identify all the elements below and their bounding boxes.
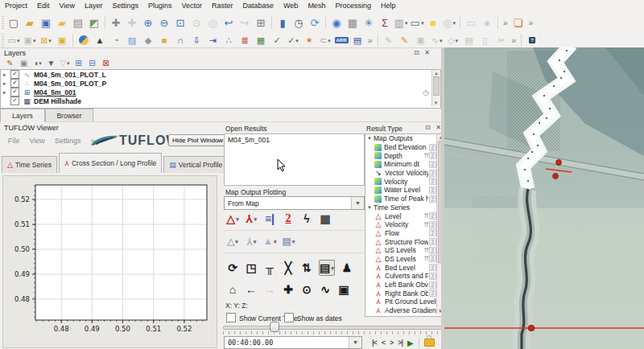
layers-list[interactable]: ▸✓∿M04_5m_001_PLOT_L▸✓∴M04_5m_001_PLOT_P… (0, 69, 441, 109)
toggle-culverts-icon[interactable]: ╳ (282, 261, 295, 275)
import-plugin-icon[interactable]: ⇥ (205, 35, 220, 47)
python-console-icon[interactable] (76, 35, 91, 47)
manage-map-themes-icon[interactable]: ◑▾ (31, 58, 43, 68)
nav-zoom-icon[interactable]: ⊙ (300, 282, 313, 297)
plot-cross-section-icon[interactable]: Y▾ (245, 211, 258, 226)
menu-database[interactable]: Database (238, 0, 279, 12)
collapse-all-icon[interactable]: ⊟ (86, 58, 98, 68)
measure-line-icon[interactable]: ▭▾ (410, 14, 424, 31)
toolbar-grip[interactable] (2, 34, 4, 47)
layer-row[interactable]: ✓▦DEM Hillshade (1, 96, 440, 105)
current-edits-icon[interactable]: ✎ (382, 35, 396, 47)
expand-icon[interactable]: ▸ (3, 89, 10, 96)
menu-project[interactable]: Project (0, 0, 32, 12)
flux-section-icon[interactable]: ≡| (263, 211, 276, 226)
new-print-layout-icon[interactable]: ▤ (71, 14, 85, 31)
result-type-item[interactable]: YCulverts and Pipes2 (365, 272, 436, 281)
layer-name[interactable]: M04_5m_001_PLOT_P (34, 80, 106, 88)
result-type-item[interactable]: Depth⇈2 (365, 151, 436, 160)
viewer-menu-file[interactable]: File (3, 137, 25, 145)
nav-pan-icon[interactable]: ✚ (282, 282, 295, 297)
time-slider[interactable] (223, 322, 445, 331)
menu-mesh[interactable]: Mesh (303, 0, 330, 12)
zoom-out-icon[interactable]: ⊖ (157, 14, 171, 31)
nav-home-icon[interactable]: ⌂ (226, 282, 239, 297)
delete-selected-icon[interactable]: ▯ (478, 35, 493, 47)
menu-layer[interactable]: Layer (80, 0, 108, 12)
open-results-item[interactable]: M04_5m_001 (225, 134, 364, 146)
secondary-axis-icon[interactable]: 2 (282, 211, 295, 226)
tiger-plugin-icon[interactable]: ✶ (302, 35, 316, 47)
processing-toolbox-icon[interactable]: ✳ (361, 14, 376, 31)
add-group-icon[interactable]: ▣ (18, 58, 30, 68)
result-type-item[interactable]: YRight Bank Obvert2 (365, 289, 436, 298)
layer-visibility-checkbox[interactable]: ✓ (10, 79, 19, 88)
layer-name[interactable]: M04_5m_001_PLOT_L (34, 71, 106, 79)
time-combobox[interactable]: 00:40:00.00 ▼ (224, 336, 362, 349)
cut-features-icon[interactable]: ✂ (494, 35, 509, 47)
open-layer-styling-icon[interactable]: ✎ (4, 58, 16, 68)
menu-edit[interactable]: Edit (32, 0, 55, 12)
tab-vertical-profile[interactable]: ▤Vertical Profile (163, 156, 228, 173)
layer-visibility-checkbox[interactable]: ✓ (10, 96, 19, 105)
cross-section-secondary-icon[interactable]: Y▾ (245, 234, 258, 248)
layer-row[interactable]: ▸✓∿M04_5m_001_PLOT_L (1, 70, 440, 79)
time-first-button[interactable]: |< (372, 339, 377, 347)
result-type-item[interactable]: △Level⇈2 (365, 211, 436, 220)
tunnel-plugin-icon[interactable]: ∩ (173, 35, 188, 47)
tcp-plugin-icon[interactable]: ∴ (221, 35, 236, 47)
filter-by-expression-icon[interactable]: ▽▾ (59, 58, 71, 68)
result-type-item[interactable]: Water Level2 (365, 186, 436, 195)
nav-back-icon[interactable]: ← (245, 282, 258, 297)
menu-web[interactable]: Web (279, 0, 303, 12)
map-output-plotting-combo[interactable]: From Map ▼ (224, 196, 365, 210)
show-bookmarks-icon[interactable]: ▮ (275, 14, 290, 31)
layer-visibility-checkbox[interactable]: ✓ (10, 70, 19, 79)
expand-icon[interactable]: ▸ (3, 80, 10, 87)
plot-canvas[interactable]: 0.480.490.500.510.520.520.510.500.490.48 (3, 176, 215, 346)
flux-arrow-icon[interactable]: ϟ (300, 211, 313, 226)
tab-cross-section-long-profile[interactable]: YCross Section / Long Profile (59, 153, 162, 173)
digitize-line-icon[interactable]: ∿▾ (430, 35, 444, 47)
new-project-icon[interactable]: ▢ (6, 14, 21, 31)
copy-features-icon[interactable]: ▣▾ (23, 35, 37, 47)
tab-browser[interactable]: Browser (45, 109, 93, 122)
nav-save-icon[interactable]: ▣ (337, 282, 350, 297)
layer-name[interactable]: DEM Hillshade (34, 97, 81, 105)
zoom-next-icon[interactable]: ↪ (237, 14, 252, 31)
result-type-item[interactable]: YAdverse Gradient... (365, 306, 436, 314)
toolbar-overflow-icon[interactable]: » (365, 36, 375, 45)
layer-row[interactable]: ▸✓∴M04_5m_001_PLOT_P (1, 79, 440, 88)
time-next-button[interactable]: > (390, 339, 393, 347)
map-canvas[interactable] (444, 47, 644, 349)
layer-visibility-checkbox[interactable]: ✓ (10, 88, 19, 96)
nominatim-geocoder-icon[interactable]: ● (480, 14, 494, 31)
layers-close-icon[interactable]: ✕ (422, 48, 432, 57)
select-features-icon[interactable]: ▭▾ (6, 35, 21, 47)
plot-time-series-icon[interactable]: △▾ (226, 211, 239, 226)
menu-settings[interactable]: Settings (107, 0, 143, 12)
toolbar-grip[interactable] (2, 16, 4, 29)
toggle-ground-levels-icon[interactable]: ⇅ (300, 261, 313, 275)
viewer-menu-settings[interactable]: Settings (50, 137, 86, 145)
result-type-item[interactable]: △Velocity⇈2 (365, 220, 436, 229)
profile-lines-plugin-icon[interactable]: ≣ (237, 35, 252, 47)
toolbar-overflow-icon[interactable]: » (510, 36, 519, 45)
layer-row[interactable]: ▸✓⊞M04_5m_001◷ (1, 88, 440, 96)
toolbar-overflow-icon[interactable]: » (526, 18, 536, 27)
open-project-icon[interactable]: ▰ (23, 14, 37, 31)
menu-help[interactable]: Help (376, 0, 401, 12)
open-attribute-table-icon[interactable]: ▦ (345, 14, 360, 31)
zoom-full-icon[interactable]: ⊡ (173, 14, 188, 31)
toggle-editing-icon[interactable]: ✎ (398, 35, 412, 47)
curtain-plot-icon[interactable]: ▲▾ (263, 234, 276, 248)
result-type-item[interactable]: Bed Elevation2 (365, 143, 436, 152)
time-last-button[interactable]: >| (398, 339, 402, 347)
result-type-item[interactable]: ↘Vector Velocity2 (365, 169, 436, 178)
zoom-to-selection-icon[interactable]: ⊙ (189, 14, 204, 31)
gdal-tools-plugin-icon[interactable]: ◔ (109, 35, 123, 47)
terrain-plugin-icon[interactable]: ▲ (93, 35, 107, 47)
layers-float-icon[interactable]: ⊡ (411, 48, 422, 57)
result-type-item[interactable]: YPit Ground Levels... (365, 298, 436, 306)
new-map-view-icon[interactable]: ⊞ (254, 14, 268, 31)
